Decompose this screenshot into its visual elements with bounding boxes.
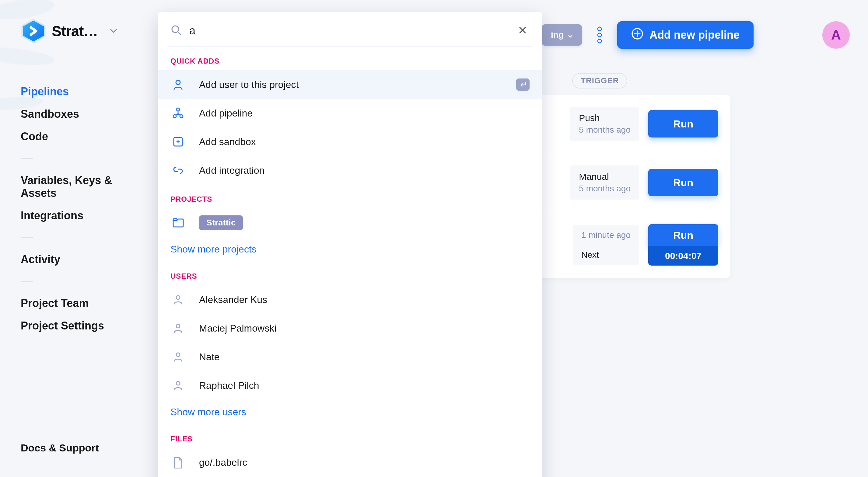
user-item[interactable]: Raphael Pilch xyxy=(158,371,542,400)
trigger-info: 1 minute ago Next xyxy=(573,225,639,265)
svg-point-3 xyxy=(598,39,601,43)
svg-point-2 xyxy=(598,33,601,37)
quick-add-integration[interactable]: Add integration xyxy=(158,156,542,185)
quick-add-user[interactable]: Add user to this project xyxy=(158,70,542,99)
item-label: Add pipeline xyxy=(199,108,253,119)
divider xyxy=(21,237,33,238)
section-quick-adds: QUICK ADDS xyxy=(158,46,542,70)
pipeline-icon xyxy=(170,105,186,121)
trigger-age: 5 months ago xyxy=(579,184,630,193)
user-icon xyxy=(170,77,186,92)
item-label: Raphael Pilch xyxy=(199,380,259,391)
nav-pipelines[interactable]: Pipelines xyxy=(21,80,131,103)
svg-point-8 xyxy=(177,108,180,111)
add-pipeline-button[interactable]: Add new pipeline xyxy=(617,21,753,49)
chevron-down-icon xyxy=(568,30,573,40)
svg-marker-0 xyxy=(22,20,45,42)
trigger-type: Push xyxy=(579,113,630,123)
project-switcher[interactable]: Strat… xyxy=(21,18,131,44)
filter-pill-label: ing xyxy=(551,30,564,40)
user-icon xyxy=(170,349,186,364)
enter-key-icon xyxy=(516,78,530,91)
trigger-type: Manual xyxy=(579,171,630,182)
run-button[interactable]: Run xyxy=(648,110,718,137)
svg-point-13 xyxy=(176,324,180,328)
item-label: Add user to this project xyxy=(199,79,299,90)
show-more-users[interactable]: Show more users xyxy=(158,400,542,424)
trigger-age: 1 minute ago xyxy=(573,225,639,245)
nav-sandboxes[interactable]: Sandboxes xyxy=(21,103,131,125)
svg-point-15 xyxy=(176,381,180,385)
user-item[interactable]: Maciej Palmowski xyxy=(158,314,542,343)
sandbox-icon xyxy=(170,134,186,149)
item-label: Add integration xyxy=(199,165,265,176)
run-label: Run xyxy=(673,118,693,130)
project-badge: Strattic xyxy=(199,215,243,230)
integration-icon xyxy=(170,163,186,178)
svg-point-5 xyxy=(172,26,179,33)
user-icon xyxy=(170,321,186,336)
project-name: Strat… xyxy=(52,23,98,39)
item-label: go/.babelrc xyxy=(199,457,247,468)
svg-line-6 xyxy=(178,32,181,35)
file-icon xyxy=(170,455,186,470)
run-label: Run xyxy=(673,177,693,189)
item-label: Nate xyxy=(199,351,220,362)
svg-point-7 xyxy=(176,80,180,85)
file-item[interactable]: go/.babelrc xyxy=(158,448,542,477)
sidebar: Strat… Pipelines Sandboxes Code Variable… xyxy=(0,0,143,477)
search-icon xyxy=(170,24,182,37)
filter-pill[interactable]: ing xyxy=(542,24,582,45)
nav-docs-support[interactable]: Docs & Support xyxy=(21,437,99,459)
nav-project-settings[interactable]: Project Settings xyxy=(21,315,131,337)
user-icon xyxy=(170,292,186,307)
section-projects: PROJECTS xyxy=(158,185,542,209)
run-button[interactable]: Run xyxy=(648,169,718,196)
plus-circle-icon xyxy=(631,28,643,42)
user-icon xyxy=(170,378,186,393)
run-countdown: 00:04:07 xyxy=(648,246,718,265)
folder-icon xyxy=(170,215,186,230)
section-files: FILES xyxy=(158,424,542,448)
command-palette: QUICK ADDS Add user to this project Add … xyxy=(158,12,542,477)
divider xyxy=(21,281,33,282)
item-label: Aleksander Kus xyxy=(199,294,267,306)
avatar-initial: A xyxy=(831,27,841,42)
nav-variables[interactable]: Variables, Keys & Assets xyxy=(21,169,131,204)
trigger-info: Manual 5 months ago xyxy=(570,165,639,199)
nav-integrations[interactable]: Integrations xyxy=(21,204,131,227)
trigger-next: Next xyxy=(573,245,639,265)
nav-project-team[interactable]: Project Team xyxy=(21,292,131,315)
user-item[interactable]: Nate xyxy=(158,343,542,371)
svg-point-12 xyxy=(176,296,180,299)
nav-code[interactable]: Code xyxy=(21,125,131,148)
svg-point-14 xyxy=(176,353,180,356)
item-label: Maciej Palmowski xyxy=(199,323,276,334)
svg-point-1 xyxy=(598,27,601,31)
show-more-projects[interactable]: Show more projects xyxy=(158,237,542,262)
run-button[interactable]: Run xyxy=(648,224,718,246)
project-item[interactable]: Strattic xyxy=(158,209,542,237)
trigger-age: 5 months ago xyxy=(579,125,630,135)
quick-add-pipeline[interactable]: Add pipeline xyxy=(158,99,542,127)
run-label: Run xyxy=(673,229,693,241)
item-label: Add sandbox xyxy=(199,136,256,148)
app-logo xyxy=(21,18,46,44)
more-menu-button[interactable] xyxy=(591,24,608,45)
clear-search-button[interactable] xyxy=(516,23,530,38)
trigger-info: Push 5 months ago xyxy=(570,107,639,141)
search-input[interactable] xyxy=(189,24,508,37)
user-avatar[interactable]: A xyxy=(823,21,850,49)
add-pipeline-label: Add new pipeline xyxy=(649,29,740,41)
section-users: USERS xyxy=(158,262,542,285)
user-item[interactable]: Aleksander Kus xyxy=(158,285,542,314)
quick-add-sandbox[interactable]: Add sandbox xyxy=(158,127,542,156)
nav-activity[interactable]: Activity xyxy=(21,248,131,271)
chevron-down-icon xyxy=(109,27,118,35)
column-header-trigger: TRIGGER xyxy=(572,73,627,89)
divider xyxy=(21,158,33,159)
